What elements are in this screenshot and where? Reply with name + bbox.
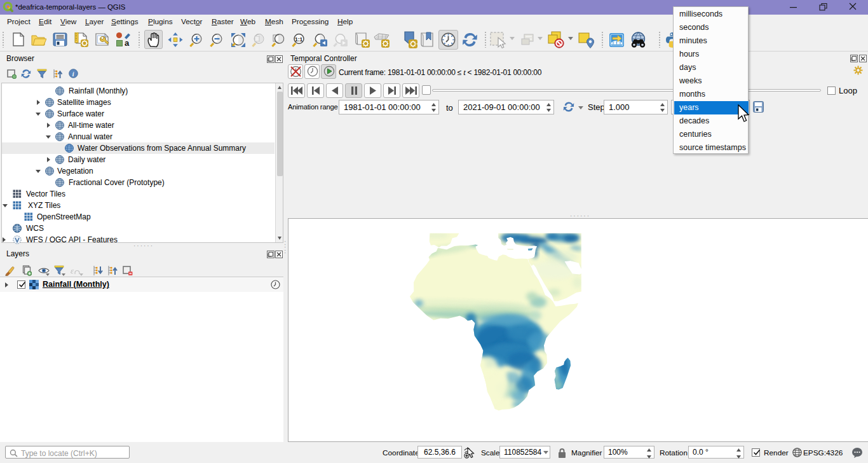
svg-text:ε: ε [71,266,74,275]
svg-text:i: i [72,71,74,78]
svg-text:a: a [125,38,130,47]
svg-text:1:1: 1:1 [295,36,303,43]
